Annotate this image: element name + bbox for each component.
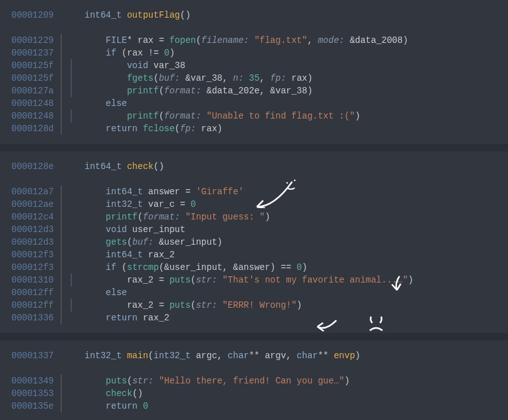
address: 000012a7: [11, 185, 61, 198]
code-line[interactable]: 000012d3 gets(buf: &user_input): [0, 236, 508, 248]
code-line[interactable]: 000012d3 void user_input: [0, 223, 508, 236]
decompiler-pane-main: 00001337 int32_t main(int32_t argc, char…: [0, 341, 508, 420]
code-text: if (rax != 0): [85, 47, 497, 59]
address: 000012ff: [11, 299, 61, 312]
code-line[interactable]: 0000128d return fclose(fp: rax): [0, 122, 508, 135]
code-text: void user_input: [85, 223, 497, 236]
address: 00001229: [11, 34, 61, 47]
code-line[interactable]: 00001349 puts(str: "Hello there, friend!…: [0, 375, 508, 387]
address: 000012ae: [11, 198, 61, 211]
blank-line: [0, 173, 508, 185]
code-text: rax_2 = puts(str: "ERRR! Wrong!"): [85, 299, 497, 312]
function-signature[interactable]: 00001337 int32_t main(int32_t argc, char…: [0, 349, 508, 362]
code-line[interactable]: 000012a7 int64_t answer = 'Giraffe': [0, 185, 508, 198]
code-text: else: [85, 286, 497, 299]
code-line[interactable]: 00001248 else: [0, 97, 508, 110]
code-text: rax_2 = puts(str: "That's not my favorit…: [85, 274, 497, 286]
code-text: int32_t var_c = 0: [85, 198, 497, 211]
code-text: fgets(buf: &var_38, n: 35, fp: rax): [85, 72, 497, 85]
address: 0000125f: [11, 59, 61, 72]
function-body: 00001349 puts(str: "Hello there, friend!…: [0, 375, 508, 412]
function-signature[interactable]: 0000128e int64_t check(): [0, 160, 508, 173]
code-text: int64_t rax_2: [85, 248, 497, 261]
address: 000012f3: [11, 248, 61, 261]
decompiler-pane-outputFlag: 00001209 int64_t outputFlag() 00001229 F…: [0, 0, 508, 144]
function-body: 00001229 FILE* rax = fopen(filename: "fl…: [0, 34, 508, 135]
address: 00001336: [11, 312, 61, 324]
code-text: if (strcmp(&user_input, &answer) == 0): [85, 261, 497, 274]
code-line[interactable]: 000012ff rax_2 = puts(str: "ERRR! Wrong!…: [0, 299, 508, 312]
code-line[interactable]: 000012f3 if (strcmp(&user_input, &answer…: [0, 261, 508, 274]
code-text: void var_38: [85, 59, 497, 72]
code-line[interactable]: 0000125f void var_38: [0, 59, 508, 72]
code-line[interactable]: 00001353 check(): [0, 387, 508, 400]
address: 0000128d: [11, 122, 61, 135]
address: 00001310: [11, 274, 61, 286]
function-signature[interactable]: 00001209 int64_t outputFlag(): [0, 9, 508, 21]
decompiler-pane-check: 0000128e int64_t check() 000012a7 int64_…: [0, 151, 508, 333]
code-line[interactable]: 00001229 FILE* rax = fopen(filename: "fl…: [0, 34, 508, 47]
address: 00001248: [11, 97, 61, 110]
code-line[interactable]: 00001336 return rax_2: [0, 312, 508, 324]
code-line[interactable]: 0000127a printf(format: &data_202e, &var…: [0, 85, 508, 97]
address: 0000127a: [11, 85, 61, 97]
address: 000012d3: [11, 223, 61, 236]
code-text: puts(str: "Hello there, friend! Can you …: [85, 375, 497, 387]
code-line[interactable]: 0000135e return 0: [0, 400, 508, 412]
code-line[interactable]: 000012ff else: [0, 286, 508, 299]
address: 000012d3: [11, 236, 61, 248]
address: 00001349: [11, 375, 61, 387]
code-line[interactable]: 000012c4 printf(format: "Input guess: "): [0, 211, 508, 223]
function-body: 000012a7 int64_t answer = 'Giraffe'00001…: [0, 185, 508, 324]
address: 00001209: [11, 9, 61, 21]
code-text: check(): [85, 387, 497, 400]
code-text: printf(format: "Unable to find flag.txt …: [85, 110, 497, 122]
address: 000012f3: [11, 261, 61, 274]
code-text: return fclose(fp: rax): [85, 122, 497, 135]
code-line[interactable]: 000012ae int32_t var_c = 0: [0, 198, 508, 211]
address: 000012ff: [11, 286, 61, 299]
address: 00001237: [11, 47, 61, 59]
address: 0000125f: [11, 72, 61, 85]
address: 000012c4: [11, 211, 61, 223]
address: 00001248: [11, 110, 61, 122]
code-line[interactable]: 000012f3 int64_t rax_2: [0, 248, 508, 261]
code-text: gets(buf: &user_input): [85, 236, 497, 248]
code-line[interactable]: 00001248 printf(format: "Unable to find …: [0, 110, 508, 122]
code-text: FILE* rax = fopen(filename: "flag.txt", …: [85, 34, 497, 47]
code-line[interactable]: 0000125f fgets(buf: &var_38, n: 35, fp: …: [0, 72, 508, 85]
code-line[interactable]: 00001310 rax_2 = puts(str: "That's not m…: [0, 274, 508, 286]
address: 00001337: [11, 349, 61, 362]
address: 0000135e: [11, 400, 61, 412]
code-text: printf(format: "Input guess: "): [85, 211, 497, 223]
address: 0000128e: [11, 160, 61, 173]
blank-line: [0, 21, 508, 34]
address: 00001353: [11, 387, 61, 400]
code-line[interactable]: 00001237 if (rax != 0): [0, 47, 508, 59]
code-text: else: [85, 97, 497, 110]
code-text: printf(format: &data_202e, &var_38): [85, 85, 497, 97]
code-text: return 0: [85, 400, 497, 412]
blank-line: [0, 362, 508, 375]
code-text: int64_t answer = 'Giraffe': [85, 185, 497, 198]
code-text: return rax_2: [85, 312, 497, 324]
